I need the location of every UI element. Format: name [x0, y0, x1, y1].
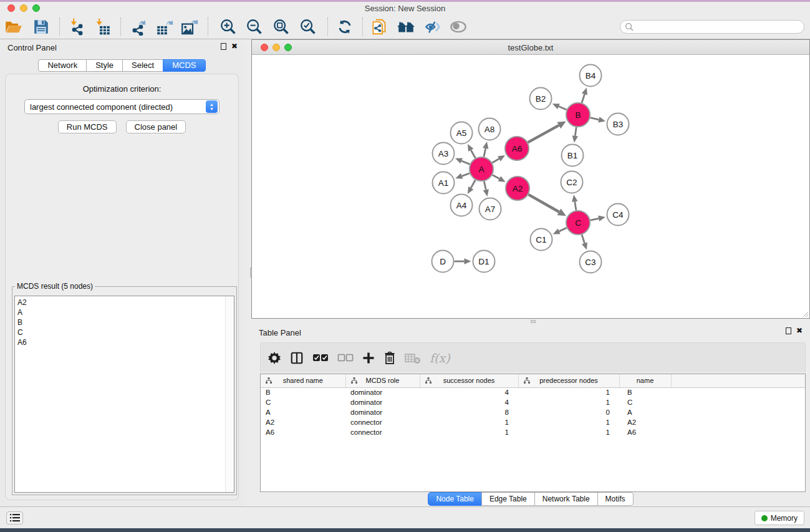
graph-node-label: D1 [478, 257, 489, 266]
table-row[interactable]: A2connector11A2 [261, 417, 805, 427]
column-header[interactable]: predecessor nodes [518, 374, 619, 387]
show-columns-button[interactable] [290, 349, 304, 367]
search-icon [625, 22, 634, 31]
dropdown-stepper-icon: ▲▼ [206, 100, 218, 113]
panel-divider-vertical[interactable] [244, 39, 251, 506]
open-session-button[interactable] [4, 17, 23, 37]
graph-node-label: D [440, 257, 446, 266]
hide-selected-button[interactable] [424, 17, 443, 37]
mcds-result-item[interactable]: C [15, 327, 234, 337]
graph-arrowhead [465, 258, 471, 264]
close-panel-icon[interactable]: ✖ [231, 43, 238, 50]
tab-select[interactable]: Select [122, 59, 163, 72]
graph-edge-B-B3[interactable] [590, 118, 599, 120]
column-header[interactable]: shared name [261, 374, 345, 387]
graph-edge-A-A6[interactable] [492, 159, 499, 163]
panel-divider-horizontal[interactable] [251, 319, 810, 325]
tab-network[interactable]: Network [38, 59, 87, 72]
toolbar-separator [59, 17, 60, 36]
table-row[interactable]: Cdominator41C [261, 397, 805, 407]
zoom-out-button[interactable] [245, 17, 264, 37]
save-session-button[interactable] [32, 17, 51, 37]
zoom-in-button[interactable] [219, 17, 238, 37]
graph-node-label: A2 [513, 184, 523, 193]
graph-edge-C-C3[interactable] [582, 235, 584, 243]
delete-table-button[interactable] [405, 349, 421, 367]
graph-edge-B-B4[interactable] [582, 94, 584, 103]
float-panel-icon[interactable] [786, 327, 791, 334]
memory-label: Memory [771, 514, 798, 523]
column-header[interactable]: MCDS role [345, 374, 420, 387]
scrollbar[interactable] [225, 296, 234, 492]
table-row[interactable]: A6connector11A6 [261, 427, 805, 437]
unselect-all-button[interactable] [337, 349, 354, 367]
table-settings-button[interactable] [268, 349, 281, 367]
control-panel-tabs: Network Style Select MCDS [0, 59, 244, 72]
column-header[interactable]: name [619, 374, 671, 387]
refresh-button[interactable] [335, 17, 354, 37]
search-input[interactable] [620, 20, 804, 34]
tab-mcds[interactable]: MCDS [163, 59, 205, 72]
select-all-button[interactable] [312, 349, 329, 367]
mcds-result-item[interactable]: B [15, 317, 234, 327]
table-row[interactable]: Adominator80A [261, 407, 805, 417]
show-all-button[interactable] [449, 17, 468, 37]
desktop-strip-bottom [0, 528, 810, 532]
graph-edge-B-B1[interactable] [575, 127, 576, 136]
resize-grip-icon[interactable] [803, 311, 809, 317]
network-window-titlebar[interactable]: testGlobe.txt [252, 40, 809, 55]
tab-motifs[interactable]: Motifs [597, 492, 634, 506]
graph-edge-A-A5[interactable] [471, 150, 475, 158]
tab-edge-table[interactable]: Edge Table [481, 492, 535, 506]
run-mcds-button[interactable]: Run MCDS [58, 120, 117, 133]
mcds-result-item[interactable]: A2 [15, 297, 234, 307]
criterion-dropdown[interactable]: largest connected component (directed) ▲… [24, 99, 219, 114]
import-network-button[interactable] [67, 17, 86, 37]
graph-edge-C-C2[interactable] [575, 201, 576, 210]
table-row[interactable]: Bdominator41B [261, 387, 805, 397]
tab-node-table[interactable]: Node Table [428, 492, 482, 506]
zoom-fit-button[interactable] [272, 17, 291, 37]
graph-arrowhead [483, 189, 489, 196]
tab-network-table[interactable]: Network Table [534, 492, 598, 506]
network-canvas[interactable]: AA6A2BCA5A8A3A1A4A7B4B2B3B1C2C4C1C3DD1 [252, 55, 809, 318]
graph-node-label: B3 [613, 120, 624, 129]
graph-edge-A-A4[interactable] [471, 180, 475, 188]
add-column-button[interactable] [362, 349, 375, 367]
close-panel-button[interactable]: Close panel [126, 120, 186, 133]
graph-node-label: A [478, 165, 484, 174]
graph-edge-B-B2[interactable] [559, 107, 567, 110]
column-header[interactable]: successor nodes [420, 374, 518, 387]
import-table-button[interactable] [93, 17, 112, 37]
graph-edge-C-C4[interactable] [591, 218, 599, 220]
show-panels-button[interactable] [6, 511, 23, 525]
graph-edge-A2-C[interactable] [528, 195, 559, 212]
graph-node-label: A1 [438, 178, 449, 188]
control-panel: Control Panel ✖ Network Style Select MCD… [0, 39, 244, 506]
memory-button[interactable]: Memory [755, 511, 804, 525]
graph-edge-A-A1[interactable] [462, 173, 470, 177]
tab-style[interactable]: Style [86, 59, 123, 72]
first-neighbors-button[interactable] [397, 17, 415, 37]
export-network-button[interactable] [128, 17, 147, 37]
divider-handle[interactable] [531, 320, 536, 323]
graph-edge-A6-B[interactable] [528, 125, 559, 142]
graph-edge-A-A3[interactable] [461, 161, 470, 164]
export-table-button[interactable] [155, 17, 174, 37]
graph-edge-A-A8[interactable] [484, 148, 486, 157]
delete-column-button[interactable] [383, 349, 396, 367]
float-panel-icon[interactable] [221, 43, 226, 50]
table-panel: Table Panel ✖ [251, 325, 810, 506]
toolbar-separator [327, 17, 328, 36]
mcds-result-item[interactable]: A6 [15, 337, 234, 347]
table-toolbar: f(x) [260, 342, 806, 372]
export-image-button[interactable] [180, 17, 199, 37]
close-panel-icon[interactable]: ✖ [796, 327, 803, 334]
mcds-result-item[interactable]: A [15, 307, 234, 317]
graph-edge-A-A7[interactable] [484, 181, 486, 190]
graph-node-label: B [575, 110, 581, 120]
graph-edge-C-C1[interactable] [559, 228, 567, 231]
zoom-selected-button[interactable] [299, 17, 317, 37]
graph-edge-A-A2[interactable] [493, 175, 499, 178]
network-from-file-button[interactable] [370, 17, 388, 37]
